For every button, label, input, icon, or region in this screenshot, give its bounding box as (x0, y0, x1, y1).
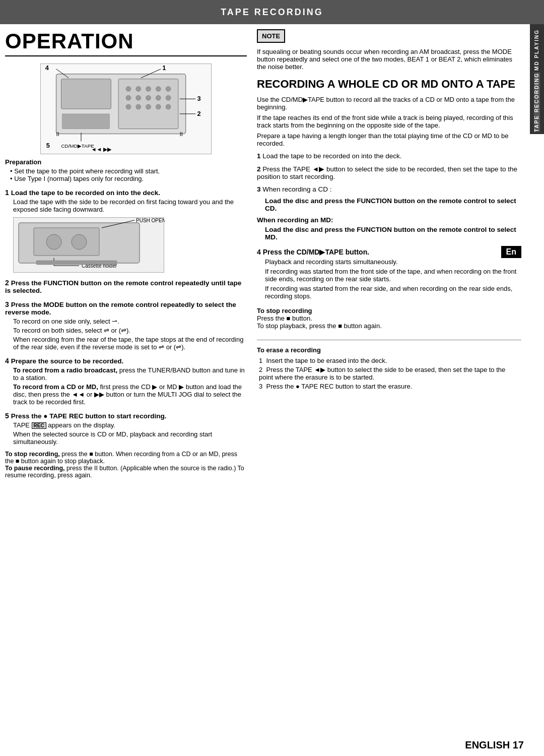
svg-text:2: 2 (197, 110, 200, 117)
step-3-body2: To record on both sides, select ⇌ or (⇌)… (5, 327, 247, 334)
erase-step-2-text: Press the TAPE ◄▶ button to select the s… (259, 366, 505, 381)
svg-text:II: II (180, 131, 183, 137)
to-stop-2: To stop playback, press the ■ button aga… (257, 322, 521, 330)
svg-point-14 (126, 104, 131, 109)
svg-text:1: 1 (162, 64, 166, 72)
step-3-text: Press the MODE button on the remote cont… (5, 301, 236, 316)
rec-step-1-text: Load the tape to be recorded on into the… (262, 152, 401, 160)
rec-step-4-body2: If recording was started from the front … (257, 268, 521, 283)
svg-text:PUSH OPEN: PUSH OPEN (136, 218, 165, 223)
step-3-num: 3 (5, 300, 11, 308)
step-5: 5 Press the ● TAPE REC button to start r… (5, 412, 247, 446)
step-2: 2 Press the FUNCTION button on the remot… (5, 279, 247, 294)
note-text: If squealing or beating sounds occur whe… (257, 48, 521, 71)
svg-text:◄◄  ▶▶: ◄◄ ▶▶ (91, 146, 112, 152)
svg-text:5: 5 (46, 142, 50, 149)
side-tab-line1: MD PLAYING (534, 29, 540, 71)
svg-point-7 (156, 87, 161, 92)
when-md-bold: Load the disc and press the FUNCTION but… (257, 226, 521, 241)
note-container: NOTE If squealing or beating sounds occu… (257, 29, 521, 71)
step-4: 4 Prepare the source to be recorded. To … (5, 357, 247, 406)
rec-step-4-body1: Playback and recording starts simultaneo… (257, 258, 521, 266)
step-2-num: 2 (5, 279, 11, 287)
svg-point-6 (146, 87, 151, 92)
step-1-body: Load the tape with the side to be record… (5, 198, 247, 213)
svg-point-12 (156, 95, 161, 100)
rec-desc-2: If the tape reaches its end of the front… (257, 114, 521, 129)
rec-step-4-text: 4 Press the CD/MD▶TAPE button. (257, 248, 369, 256)
to-stop-1: Press the ■ button. (257, 314, 521, 322)
erase-step-3: 3 Press the ● TAPE REC button to start t… (257, 383, 521, 390)
erase-step-2: 2 Press the TAPE ◄▶ button to select the… (257, 366, 521, 381)
step-2-text: Press the FUNCTION button on the remote … (5, 279, 241, 294)
right-column: NOTE If squealing or beating sounds occu… (257, 29, 539, 479)
step-4-body2-bold: To record from a CD or MD, (13, 383, 98, 391)
when-cd-bold: Load the disc and press the FUNCTION but… (257, 197, 521, 212)
svg-point-9 (126, 95, 131, 100)
rec-desc-3: Prepare a tape having a length longer th… (257, 132, 521, 147)
to-stop-section: To stop recording Press the ■ button. To… (257, 307, 521, 330)
side-tab-line2: TAPE RECORDING (534, 73, 540, 132)
svg-point-15 (136, 104, 141, 109)
svg-point-5 (136, 87, 141, 92)
svg-text:3: 3 (197, 95, 200, 102)
footer-text: ENGLISH 17 (465, 739, 524, 750)
device-diagram-main: 4 1 3 2 II II CD/MD▶TAPE 5 ◄ (40, 64, 212, 154)
preparation-section: Preparation Set the tape to the point wh… (5, 158, 247, 182)
rec-step-2: 2 Press the TAPE ◄▶ button to select the… (257, 165, 521, 180)
step-4-title: Prepare the source to be recorded. (11, 357, 124, 365)
step-5-body1: TAPE REC appears on the display. (5, 421, 247, 429)
bottom-notes: To stop recording, press the ■ button. W… (5, 451, 247, 479)
step-1: 1 Load the tape to be recorded on into t… (5, 188, 247, 213)
erase-step-3-text: Press the ● TAPE REC button to start the… (266, 383, 412, 390)
header-title: TAPE RECORDING (221, 7, 323, 18)
step-3-body3: When recording from the rear of the tape… (5, 336, 247, 351)
main-layout: OPERATION (0, 29, 544, 479)
step-4-body1-bold: To record from a radio broadcast, (13, 366, 117, 374)
rec-section-title: RECORDING A WHOLE CD OR MD ONTO A TAPE (257, 78, 521, 91)
en-badge: En (501, 246, 521, 258)
section-divider (257, 340, 521, 340)
svg-point-18 (166, 104, 171, 109)
svg-text:4: 4 (45, 64, 49, 72)
rec-desc-1: Use the CD/MD▶TAPE button to record all … (257, 96, 521, 111)
header-bar: TAPE RECORDING (0, 0, 544, 24)
step-4-body2: To record from a CD or MD, first press t… (5, 383, 247, 406)
rec-step-2-text: Press the TAPE ◄▶ button to select the s… (257, 165, 517, 180)
step-5-text: Press the ● TAPE REC button to start rec… (11, 412, 167, 420)
svg-text:II: II (56, 131, 59, 137)
step-4-body1: To record from a radio broadcast, press … (5, 366, 247, 382)
rec-step-3: 3 When recording a CD : (257, 185, 521, 193)
svg-point-4 (126, 87, 131, 92)
operation-title: OPERATION (5, 29, 247, 56)
prep-item-2: Use Type I (normal) tapes only for recor… (5, 175, 247, 182)
rec-step-3-text: When recording a CD : (262, 185, 331, 193)
to-stop-title: To stop recording (257, 307, 521, 314)
svg-rect-3 (62, 114, 109, 129)
svg-point-13 (166, 95, 171, 100)
device-diagram-small: PUSH OPEN Cassette holder (13, 217, 164, 273)
svg-point-35 (46, 234, 61, 249)
rec-step-3-num: 3 (257, 185, 262, 193)
step-3-body1: To record on one side only, select ⇀. (5, 318, 247, 325)
prep-title: Preparation (5, 158, 247, 166)
page-footer: ENGLISH 17 (465, 739, 524, 751)
rec-step-1: 1 Load the tape to be recorded on into t… (257, 152, 521, 160)
rec-badge: REC (32, 422, 46, 429)
svg-point-8 (166, 87, 171, 92)
svg-rect-1 (61, 79, 111, 109)
when-md-subhead: When recording an MD: (257, 216, 521, 224)
erase-section: To erase a recording 1 Insert the tape t… (257, 346, 521, 390)
svg-point-36 (72, 234, 87, 249)
rec-step-4-body3: If recording was started from the rear s… (257, 285, 521, 300)
step-1-num: 1 (5, 188, 11, 197)
erase-step-1-text: Insert the tape to be erased into the de… (266, 357, 387, 364)
step-1-title: Load the tape to be recorded on into the… (11, 189, 160, 197)
svg-point-10 (136, 95, 141, 100)
stop-bold: To stop recording, (5, 451, 60, 458)
prep-item-1: Set the tape to the point where recordin… (5, 167, 247, 175)
left-column: OPERATION (5, 29, 247, 479)
rec-step-4-container: En 4 Press the CD/MD▶TAPE button. (257, 248, 521, 256)
pause-bold: To pause recording, (5, 465, 65, 472)
svg-point-17 (156, 104, 161, 109)
